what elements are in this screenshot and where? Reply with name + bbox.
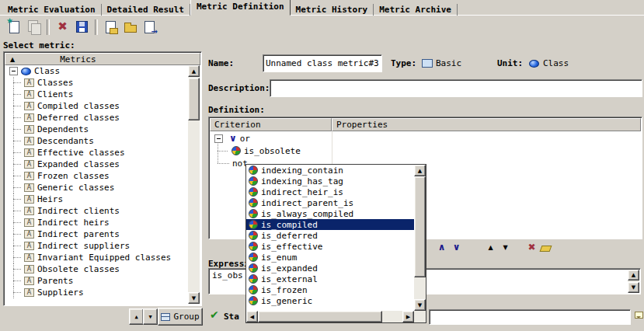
- tree-item[interactable]: Frozen classes: [5, 170, 188, 182]
- tree-item[interactable]: Effective classes: [5, 147, 188, 159]
- tree-item[interactable]: Parents: [5, 275, 188, 287]
- criterion-column-header[interactable]: Criterion: [210, 118, 332, 131]
- properties-column-header[interactable]: Properties: [332, 118, 641, 131]
- criterion-row-is-obsolete[interactable]: is_obsolete: [211, 145, 640, 157]
- tree-item-label: Deferred classes: [37, 113, 120, 123]
- dropdown-item[interactable]: is_frozen: [246, 284, 414, 295]
- tree-item[interactable]: Classes: [5, 77, 188, 89]
- toolbar-separator: [95, 19, 98, 35]
- and-operator-button[interactable]: ∧: [435, 241, 448, 253]
- scroll-up-icon[interactable]: ▲: [628, 270, 639, 280]
- dropdown-item[interactable]: is_effective: [246, 241, 414, 252]
- tree-item[interactable]: Dependents: [5, 124, 188, 135]
- tree-item[interactable]: Compiled classes: [5, 100, 188, 112]
- dropdown-item[interactable]: indexing_has_tag: [246, 176, 414, 186]
- scroll-left-icon[interactable]: ◀: [246, 311, 258, 322]
- metrics-tree: ClassClassesClientsCompiled classesDefer…: [5, 65, 188, 304]
- move-metric-up-button[interactable]: ▲: [129, 308, 144, 325]
- scroll-down-icon[interactable]: ▼: [414, 299, 426, 311]
- dropdown-item[interactable]: is_enum: [246, 252, 414, 263]
- expand-collapse-icon[interactable]: [9, 67, 18, 75]
- dropdown-item[interactable]: is_external: [246, 274, 414, 284]
- tab-detailed-result[interactable]: Detailed Result: [102, 4, 190, 16]
- scroll-up-icon[interactable]: ▲: [188, 65, 200, 77]
- save-metric-button[interactable]: [72, 18, 92, 37]
- scroll-up-icon[interactable]: ▲: [414, 165, 426, 176]
- criterion-label: or: [240, 134, 250, 144]
- metrics-tree-panel: ▲ Metrics ClassClassesClientsCompiled cl…: [3, 51, 202, 306]
- tree-item[interactable]: Indirect heirs: [5, 217, 188, 228]
- tab-metric-archive[interactable]: Metric Archive: [374, 4, 458, 16]
- tree-item[interactable]: Obsolete classes: [5, 263, 188, 275]
- metrics-column-header[interactable]: ▲ Metrics: [5, 53, 200, 65]
- tab-metric-definition[interactable]: Metric Definition: [190, 0, 291, 16]
- class-unit-icon: [529, 60, 539, 68]
- metric-icon: [24, 113, 34, 122]
- dropdown-item[interactable]: is_always_compiled: [246, 208, 414, 219]
- tree-item[interactable]: Heirs: [5, 193, 188, 205]
- type-label: Type:: [391, 58, 416, 68]
- dropdown-item[interactable]: indirect_heir_is: [246, 186, 414, 197]
- tree-scrollbar[interactable]: ▲ ▼: [188, 65, 200, 304]
- criterion-row-or[interactable]: ∨ or: [211, 132, 640, 145]
- move-criterion-down-button[interactable]: ▼: [499, 241, 512, 253]
- scrollbar-thumb[interactable]: [258, 311, 382, 322]
- tree-item[interactable]: Indirect parents: [5, 228, 188, 240]
- tree-item[interactable]: Indirect suppliers: [5, 240, 188, 252]
- tree-item-label: Invariant Equipped classes: [37, 253, 171, 263]
- move-criterion-up-button[interactable]: ▲: [484, 241, 497, 253]
- name-label: Name:: [208, 58, 234, 68]
- metric-icon: [24, 90, 34, 99]
- tree-item[interactable]: Suppliers: [5, 287, 188, 298]
- scrollbar-thumb[interactable]: [188, 78, 200, 120]
- up-arrow-icon: ▲: [488, 244, 493, 251]
- tree-item[interactable]: Clients: [5, 89, 188, 100]
- clear-definition-button[interactable]: [539, 242, 552, 255]
- tab-metric-evaluation[interactable]: Metric Evaluation: [2, 4, 102, 16]
- tree-item-class[interactable]: Class: [5, 65, 188, 77]
- open-metric-file-button[interactable]: [120, 18, 140, 37]
- tree-item-label: Clients: [37, 89, 73, 99]
- tab-metric-history[interactable]: Metric History: [291, 4, 374, 16]
- dropdown-item-label: indexing_has_tag: [261, 176, 343, 186]
- dropdown-item[interactable]: is_deferred: [246, 230, 414, 241]
- scroll-right-icon[interactable]: ▶: [402, 311, 414, 322]
- group-toggle-button[interactable]: Group: [158, 308, 203, 326]
- dropdown-vertical-scrollbar[interactable]: ▲ ▼: [414, 165, 426, 311]
- dropdown-item[interactable]: is_expanded: [246, 263, 414, 274]
- name-input[interactable]: [263, 54, 382, 72]
- tree-item[interactable]: Descendants: [5, 135, 188, 147]
- expression-scrollbar[interactable]: ▲ ▼: [628, 270, 639, 293]
- dropdown-item[interactable]: indexing_contain: [246, 165, 414, 176]
- export-metrics-button[interactable]: →: [140, 18, 159, 37]
- delete-criterion-button[interactable]: ✖: [525, 241, 538, 253]
- dropdown-item[interactable]: indirect_parent_is: [246, 197, 414, 208]
- criterion-icon: [249, 176, 258, 186]
- new-metric-button[interactable]: ★: [5, 18, 24, 37]
- scroll-down-icon[interactable]: ▼: [628, 282, 639, 293]
- delete-metric-button[interactable]: ✖: [53, 18, 72, 37]
- tree-item[interactable]: Indirect clients: [5, 205, 188, 217]
- tree-item[interactable]: Invariant Equipped classes: [5, 252, 188, 263]
- status-detail-input[interactable]: [429, 309, 631, 325]
- comment-icon[interactable]: [635, 312, 643, 319]
- import-metrics-icon: [106, 21, 116, 33]
- scroll-down-icon[interactable]: ▼: [188, 292, 200, 304]
- tree-item[interactable]: Generic classes: [5, 182, 188, 193]
- import-metrics-button[interactable]: [101, 18, 120, 37]
- dropdown-item[interactable]: is_compiled: [246, 219, 414, 230]
- or-operator-button[interactable]: ∨: [450, 241, 463, 253]
- dropdown-item[interactable]: is_generic: [246, 295, 414, 306]
- criterion-icon: [249, 231, 258, 240]
- expand-collapse-icon[interactable]: [214, 134, 223, 143]
- description-input[interactable]: [270, 79, 642, 97]
- tree-item[interactable]: Expanded classes: [5, 159, 188, 170]
- move-metric-down-button[interactable]: ▼: [143, 308, 158, 325]
- copy-metric-button[interactable]: [24, 18, 44, 37]
- tree-item[interactable]: Deferred classes: [5, 112, 188, 124]
- metric-icon: [24, 253, 34, 262]
- dropdown-horizontal-scrollbar[interactable]: ◀ ▶: [246, 311, 426, 322]
- metric-icon: [24, 78, 34, 87]
- scrollbar-thumb[interactable]: [414, 176, 426, 277]
- metric-icon: [24, 183, 34, 192]
